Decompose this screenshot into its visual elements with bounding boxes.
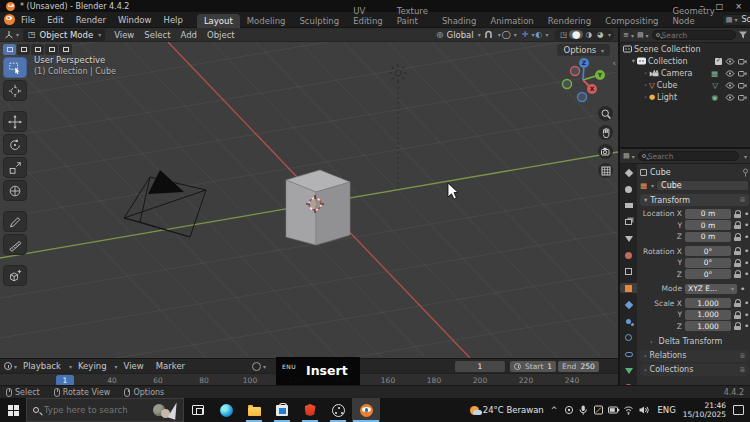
workspace-tab-animation[interactable]: Animation xyxy=(483,14,540,28)
outliner-cube-row[interactable]: › ▽ Cube ▽ xyxy=(620,79,750,91)
workspace-tab-shading[interactable]: Shading xyxy=(435,14,484,28)
workspace-tab-layout[interactable]: Layout xyxy=(197,14,240,28)
hidden-icons-chevron[interactable]: ^ xyxy=(551,406,558,415)
overlays-dropdown-icon[interactable]: ◐ xyxy=(535,30,542,39)
rotation-mode-dropdown[interactable]: XYZ E...▾ xyxy=(685,284,737,294)
animate-dot[interactable]: • xyxy=(744,261,749,265)
viewport-menu-object[interactable]: Object xyxy=(202,30,240,40)
disable-render-icon[interactable] xyxy=(738,82,747,89)
shading-material-icon[interactable]: ◑ xyxy=(583,30,595,39)
transform-panel-header[interactable]: ▾Transform ≣ xyxy=(640,194,749,206)
shading-solid-icon[interactable]: ⬤ xyxy=(569,30,582,39)
start-button[interactable] xyxy=(0,398,26,422)
frame-start-field[interactable]: Start1 xyxy=(510,361,556,372)
object-name-field[interactable]: Cube xyxy=(656,180,749,191)
outliner-camera-row[interactable]: › Camera ▦ xyxy=(620,67,750,79)
gizmo-y-neg[interactable] xyxy=(563,80,572,89)
edge-taskbar-button[interactable] xyxy=(212,398,240,422)
disable-render-icon[interactable] xyxy=(738,58,747,65)
viewport-3d[interactable]: ▾ ◳ Object Mode▾ View Select Add Object … xyxy=(0,28,618,358)
viewport-menu-select[interactable]: Select xyxy=(139,30,175,40)
outliner-filter-mode-icon[interactable]: ▤ xyxy=(637,31,644,39)
move-tool[interactable] xyxy=(3,111,27,132)
tray-app-icon[interactable] xyxy=(566,406,573,413)
panel-menu-icon[interactable]: ≣ xyxy=(739,196,745,204)
viewport-menu-view[interactable]: View xyxy=(109,30,139,40)
animate-dot[interactable]: • xyxy=(744,249,749,253)
collections-panel[interactable]: ›Collections≣ xyxy=(640,364,749,376)
light-data-icon[interactable]: ◉ xyxy=(711,93,718,102)
scale-tool[interactable] xyxy=(3,157,27,178)
add-cube-tool[interactable] xyxy=(3,265,27,286)
timeline-menu-view[interactable]: View xyxy=(118,361,150,371)
menu-edit[interactable]: Edit xyxy=(41,15,69,25)
outliner-collection-row[interactable]: ▾ Collection xyxy=(620,55,750,67)
menu-file[interactable]: File xyxy=(15,15,41,25)
snap-magnet-icon[interactable] xyxy=(484,30,493,39)
workspace-tab-modeling[interactable]: Modeling xyxy=(240,14,293,28)
lock-icon[interactable] xyxy=(734,259,741,267)
frame-end-field[interactable]: End250 xyxy=(558,361,599,372)
data-properties-tab[interactable] xyxy=(620,366,637,376)
select-box-tool[interactable] xyxy=(3,57,27,78)
blender-taskbar-button[interactable] xyxy=(352,398,380,422)
transform-orientation-dropdown[interactable]: Global▾ xyxy=(445,30,481,40)
taskbar-search-input[interactable] xyxy=(44,405,136,415)
current-frame-field[interactable]: 1 xyxy=(455,361,505,372)
animate-dot[interactable]: • xyxy=(740,287,745,291)
auto-keying-button[interactable]: ▾ xyxy=(252,362,266,371)
obs-taskbar-button[interactable] xyxy=(324,398,352,422)
tray-battery-icon[interactable] xyxy=(609,407,620,413)
modifier-properties-tab[interactable] xyxy=(620,300,637,310)
collection-expand-icon[interactable]: ▾ xyxy=(630,57,637,65)
timeline-menu-marker[interactable]: Marker xyxy=(150,361,191,371)
outliner-search-input[interactable] xyxy=(662,31,732,40)
lock-icon[interactable] xyxy=(734,233,741,241)
taskbar-clock[interactable]: 21:46 15/10/2025 xyxy=(683,401,726,419)
delta-transform-panel[interactable]: ›Delta Transform xyxy=(640,336,749,348)
rotation-z-field[interactable]: 0° xyxy=(685,269,731,279)
animate-dot[interactable]: • xyxy=(744,223,749,227)
animate-dot[interactable]: • xyxy=(744,324,749,328)
properties-search-input[interactable] xyxy=(648,152,735,161)
select-mode-extend-icon[interactable] xyxy=(17,44,30,55)
properties-search-box[interactable] xyxy=(638,151,739,161)
store-taskbar-button[interactable] xyxy=(268,398,296,422)
workspace-tab-rendering[interactable]: Rendering xyxy=(541,14,598,28)
proportional-editing-icon[interactable]: ◯ xyxy=(502,30,511,39)
viewport-canvas[interactable]: Options ▾ User Perspective (1) Collectio… xyxy=(0,42,618,358)
mode-dropdown[interactable]: ◳ Object Mode▾ xyxy=(23,29,105,41)
tool-properties-tab[interactable] xyxy=(620,168,637,178)
tray-volume-icon[interactable] xyxy=(640,406,649,413)
tray-snip-icon[interactable] xyxy=(595,406,603,414)
task-view-button[interactable] xyxy=(184,398,212,422)
blender-menu-icon[interactable] xyxy=(4,14,15,25)
cube-expand-icon[interactable]: › xyxy=(642,81,649,89)
brave-taskbar-button[interactable] xyxy=(296,398,324,422)
properties-editor-icon[interactable]: ▤ xyxy=(623,152,630,160)
language-indicator[interactable]: ENG xyxy=(657,405,675,415)
gizmo-z-neg[interactable] xyxy=(578,93,587,102)
lock-icon[interactable] xyxy=(734,221,741,229)
timeline-menu-keying[interactable]: Keying xyxy=(72,361,113,371)
camera-data-icon[interactable]: ▦ xyxy=(711,69,718,78)
close-button[interactable]: × xyxy=(735,2,742,11)
menu-render[interactable]: Render xyxy=(70,15,112,25)
lock-icon[interactable] xyxy=(734,299,741,307)
tray-network-icon[interactable] xyxy=(625,407,633,415)
measure-tool[interactable] xyxy=(3,234,27,255)
hide-eye-icon[interactable] xyxy=(725,70,735,77)
search-highlight-image[interactable] xyxy=(151,401,181,421)
timeline-editor-icon[interactable] xyxy=(4,362,12,370)
object-properties-tab[interactable] xyxy=(620,283,637,293)
camera-expand-icon[interactable]: › xyxy=(642,69,649,77)
collection-properties-tab[interactable] xyxy=(620,267,637,277)
pin-id-icon[interactable] xyxy=(742,168,749,177)
weather-widget[interactable]: 24°C Berawan xyxy=(470,405,544,415)
object-type-icon[interactable]: ▦ xyxy=(640,181,647,190)
scene-selector[interactable]: ▤▾ Scene ❏ × xyxy=(722,14,750,26)
hide-eye-icon[interactable] xyxy=(725,94,735,101)
light-expand-icon[interactable]: › xyxy=(642,93,649,101)
location-z-field[interactable]: 0 m xyxy=(685,232,731,242)
workspace-tab-sculpting[interactable]: Sculpting xyxy=(292,14,346,28)
